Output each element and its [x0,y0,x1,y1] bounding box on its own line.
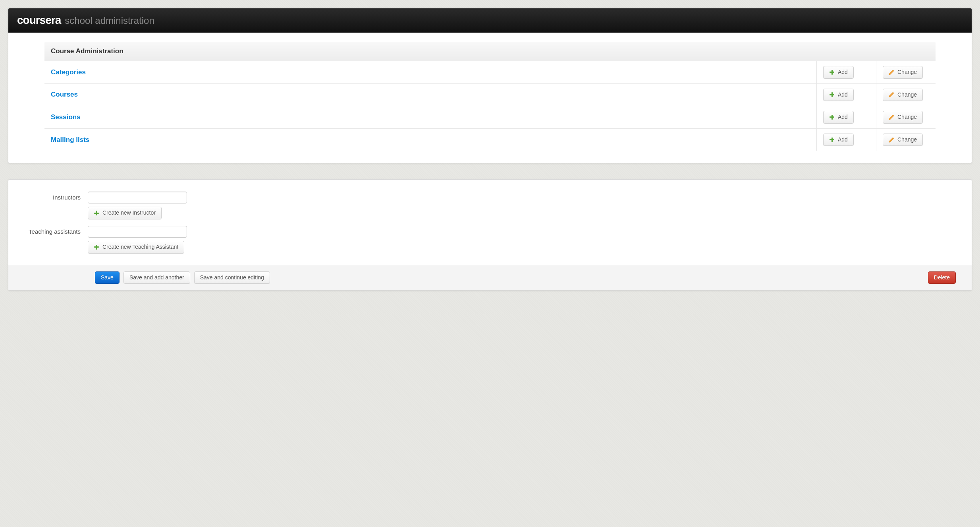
plus-icon [94,244,99,250]
save-button[interactable]: Save [95,271,120,284]
brand-subtitle: school administration [65,15,154,26]
create-ta-button[interactable]: Create new Teaching Assistant [88,241,184,254]
form-actions-bar: Save Save and add another Save and conti… [8,265,972,291]
add-button-label: Add [838,68,848,76]
save-continue-button[interactable]: Save and continue editing [194,271,270,284]
change-button[interactable]: Change [883,89,923,101]
add-button[interactable]: Add [823,111,854,124]
create-instructor-label: Create new Instructor [102,209,156,217]
model-link[interactable]: Sessions [51,113,81,121]
tas-row: Teaching assistants Create new Teaching … [8,223,972,257]
change-button[interactable]: Change [883,66,923,79]
plus-icon [829,114,835,120]
instructors-label: Instructors [8,192,88,201]
create-instructor-button[interactable]: Create new Instructor [88,207,162,219]
save-add-another-button[interactable]: Save and add another [123,271,190,284]
admin-table-title: Course Administration [44,42,936,61]
model-link[interactable]: Mailing lists [51,136,89,143]
instructors-input[interactable] [88,192,187,203]
plus-icon [829,70,835,75]
pencil-icon [889,137,894,143]
model-link[interactable]: Categories [51,68,86,76]
table-row: SessionsAddChange [44,106,936,129]
pencil-icon [889,70,894,75]
create-ta-label: Create new Teaching Assistant [102,243,178,251]
change-button-label: Change [897,68,917,76]
plus-icon [829,92,835,97]
change-button[interactable]: Change [883,134,923,146]
add-button-label: Add [838,91,848,99]
add-button-label: Add [838,113,848,121]
add-button[interactable]: Add [823,66,854,79]
top-bar: coursera school administration [8,8,972,33]
admin-index-panel: coursera school administration Course Ad… [8,8,972,163]
table-row: CategoriesAddChange [44,61,936,84]
add-button[interactable]: Add [823,89,854,101]
instructors-row: Instructors Create new Instructor [8,188,972,223]
change-button-label: Change [897,91,917,99]
course-admin-table: Course Administration CategoriesAddChang… [44,41,936,151]
brand-logo: coursera [17,14,61,27]
tas-input[interactable] [88,226,187,238]
change-button-label: Change [897,113,917,121]
plus-icon [94,210,99,216]
plus-icon [829,137,835,143]
add-button[interactable]: Add [823,134,854,146]
table-row: Mailing listsAddChange [44,128,936,151]
admin-table-wrapper: Course Administration CategoriesAddChang… [8,33,972,163]
delete-button[interactable]: Delete [928,271,956,284]
change-button-label: Change [897,136,917,144]
change-button[interactable]: Change [883,111,923,124]
add-button-label: Add [838,136,848,144]
tas-label: Teaching assistants [8,226,88,235]
edit-form-panel: Instructors Create new Instructor Teachi… [8,179,972,291]
table-row: CoursesAddChange [44,83,936,106]
model-link[interactable]: Courses [51,91,78,98]
pencil-icon [889,114,894,120]
pencil-icon [889,92,894,97]
